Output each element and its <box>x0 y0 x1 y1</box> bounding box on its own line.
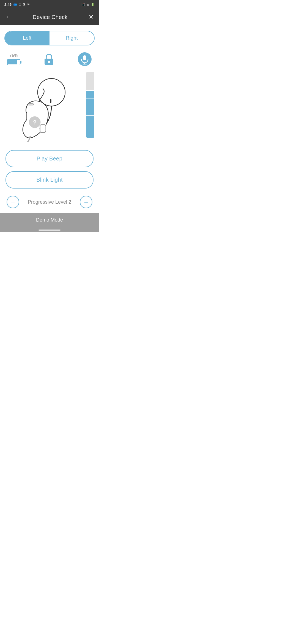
svg-rect-9 <box>28 103 33 105</box>
blink-light-button[interactable]: Blink Light <box>6 171 94 189</box>
volume-slider[interactable] <box>86 72 95 143</box>
progressive-level-row: − Progressive Level 2 + <box>4 194 95 213</box>
main-content: Left Right 75% <box>0 25 99 213</box>
device-status-row: 75% <box>4 52 95 66</box>
battery-percentage: 75% <box>9 53 18 58</box>
action-buttons: Play Beep Blink Light <box>4 150 95 189</box>
hearing-aid-diagram: ? <box>11 73 77 142</box>
teams-icon: 👥 <box>13 3 17 6</box>
battery-fill <box>8 60 17 64</box>
decrement-level-button[interactable]: − <box>7 196 19 208</box>
svg-text:?: ? <box>33 119 37 125</box>
circle-icon: ⊙ <box>19 3 21 6</box>
battery-status-icon: 🔋 <box>91 3 95 6</box>
gmail-icon: ✉ <box>27 3 29 6</box>
close-button[interactable]: ✕ <box>89 13 94 21</box>
svg-rect-8 <box>50 99 51 103</box>
progressive-level-label: Progressive Level 2 <box>28 199 71 205</box>
volume-filled <box>86 90 94 138</box>
svg-rect-13 <box>40 125 46 132</box>
app-header: ← Device Check ✕ <box>0 9 99 25</box>
volume-track <box>86 72 94 138</box>
tab-switcher: Left Right <box>4 31 95 45</box>
google-icon: G <box>23 3 25 6</box>
status-left: 2:46 👥 ⊙ G ✉ <box>4 2 29 7</box>
lock-icon-wrap <box>42 52 56 66</box>
home-bar <box>38 230 61 231</box>
hearing-aid-container: ? <box>4 72 84 143</box>
demo-mode-footer: Demo Mode <box>0 213 99 227</box>
wifi-icon: ▲ <box>86 2 90 6</box>
increment-level-button[interactable]: + <box>80 196 92 208</box>
tab-left[interactable]: Left <box>5 31 50 45</box>
status-bar: 2:46 👥 ⊙ G ✉ 📳 ▲ 🔋 <box>0 0 99 9</box>
svg-point-2 <box>48 61 50 62</box>
back-button[interactable]: ← <box>6 13 12 21</box>
mic-icon-wrap <box>78 52 92 66</box>
svg-rect-4 <box>83 55 86 60</box>
status-time: 2:46 <box>4 2 12 7</box>
status-right: 📳 ▲ 🔋 <box>81 2 95 6</box>
microphone-icon <box>78 52 92 66</box>
play-beep-button[interactable]: Play Beep <box>6 150 94 167</box>
demo-mode-label: Demo Mode <box>36 217 63 223</box>
battery-icon <box>7 59 20 65</box>
tab-right[interactable]: Right <box>50 31 94 45</box>
page-title: Device Check <box>33 14 68 20</box>
home-indicator-area <box>0 227 99 232</box>
device-area: ? <box>4 72 95 143</box>
lock-icon <box>42 52 56 66</box>
vibrate-icon: 📳 <box>81 3 85 6</box>
battery-section: 75% <box>7 53 20 65</box>
